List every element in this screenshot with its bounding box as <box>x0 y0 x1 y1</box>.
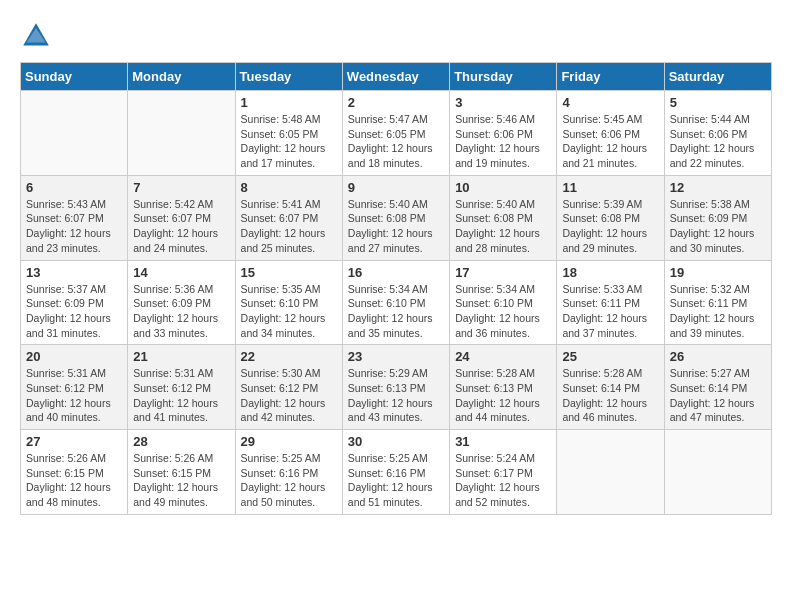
calendar-cell: 7Sunrise: 5:42 AM Sunset: 6:07 PM Daylig… <box>128 175 235 260</box>
calendar-cell: 25Sunrise: 5:28 AM Sunset: 6:14 PM Dayli… <box>557 345 664 430</box>
calendar-cell <box>664 430 771 515</box>
calendar-week-row: 1Sunrise: 5:48 AM Sunset: 6:05 PM Daylig… <box>21 91 772 176</box>
day-info: Sunrise: 5:28 AM Sunset: 6:14 PM Dayligh… <box>562 366 658 425</box>
day-number: 13 <box>26 265 122 280</box>
calendar-cell: 27Sunrise: 5:26 AM Sunset: 6:15 PM Dayli… <box>21 430 128 515</box>
weekday-header: Sunday <box>21 63 128 91</box>
day-info: Sunrise: 5:38 AM Sunset: 6:09 PM Dayligh… <box>670 197 766 256</box>
calendar-cell: 2Sunrise: 5:47 AM Sunset: 6:05 PM Daylig… <box>342 91 449 176</box>
day-number: 28 <box>133 434 229 449</box>
day-info: Sunrise: 5:29 AM Sunset: 6:13 PM Dayligh… <box>348 366 444 425</box>
calendar-cell: 4Sunrise: 5:45 AM Sunset: 6:06 PM Daylig… <box>557 91 664 176</box>
calendar-cell: 23Sunrise: 5:29 AM Sunset: 6:13 PM Dayli… <box>342 345 449 430</box>
calendar-cell: 14Sunrise: 5:36 AM Sunset: 6:09 PM Dayli… <box>128 260 235 345</box>
calendar-cell: 20Sunrise: 5:31 AM Sunset: 6:12 PM Dayli… <box>21 345 128 430</box>
calendar-cell: 26Sunrise: 5:27 AM Sunset: 6:14 PM Dayli… <box>664 345 771 430</box>
calendar-cell: 24Sunrise: 5:28 AM Sunset: 6:13 PM Dayli… <box>450 345 557 430</box>
day-number: 21 <box>133 349 229 364</box>
day-number: 30 <box>348 434 444 449</box>
calendar-cell <box>21 91 128 176</box>
logo-icon <box>20 20 52 52</box>
day-info: Sunrise: 5:47 AM Sunset: 6:05 PM Dayligh… <box>348 112 444 171</box>
calendar-cell: 30Sunrise: 5:25 AM Sunset: 6:16 PM Dayli… <box>342 430 449 515</box>
calendar-cell: 3Sunrise: 5:46 AM Sunset: 6:06 PM Daylig… <box>450 91 557 176</box>
day-number: 6 <box>26 180 122 195</box>
calendar-week-row: 13Sunrise: 5:37 AM Sunset: 6:09 PM Dayli… <box>21 260 772 345</box>
day-info: Sunrise: 5:39 AM Sunset: 6:08 PM Dayligh… <box>562 197 658 256</box>
page-header <box>20 20 772 52</box>
day-info: Sunrise: 5:36 AM Sunset: 6:09 PM Dayligh… <box>133 282 229 341</box>
calendar-cell: 12Sunrise: 5:38 AM Sunset: 6:09 PM Dayli… <box>664 175 771 260</box>
day-info: Sunrise: 5:41 AM Sunset: 6:07 PM Dayligh… <box>241 197 337 256</box>
day-info: Sunrise: 5:42 AM Sunset: 6:07 PM Dayligh… <box>133 197 229 256</box>
day-info: Sunrise: 5:40 AM Sunset: 6:08 PM Dayligh… <box>455 197 551 256</box>
day-number: 14 <box>133 265 229 280</box>
calendar-table: SundayMondayTuesdayWednesdayThursdayFrid… <box>20 62 772 515</box>
day-info: Sunrise: 5:31 AM Sunset: 6:12 PM Dayligh… <box>26 366 122 425</box>
weekday-header: Saturday <box>664 63 771 91</box>
calendar-cell: 10Sunrise: 5:40 AM Sunset: 6:08 PM Dayli… <box>450 175 557 260</box>
day-number: 7 <box>133 180 229 195</box>
day-number: 9 <box>348 180 444 195</box>
day-number: 18 <box>562 265 658 280</box>
calendar-cell: 18Sunrise: 5:33 AM Sunset: 6:11 PM Dayli… <box>557 260 664 345</box>
calendar-cell: 28Sunrise: 5:26 AM Sunset: 6:15 PM Dayli… <box>128 430 235 515</box>
day-number: 11 <box>562 180 658 195</box>
calendar-cell: 17Sunrise: 5:34 AM Sunset: 6:10 PM Dayli… <box>450 260 557 345</box>
day-info: Sunrise: 5:30 AM Sunset: 6:12 PM Dayligh… <box>241 366 337 425</box>
calendar-week-row: 20Sunrise: 5:31 AM Sunset: 6:12 PM Dayli… <box>21 345 772 430</box>
day-info: Sunrise: 5:34 AM Sunset: 6:10 PM Dayligh… <box>348 282 444 341</box>
day-number: 5 <box>670 95 766 110</box>
calendar-cell: 11Sunrise: 5:39 AM Sunset: 6:08 PM Dayli… <box>557 175 664 260</box>
day-number: 3 <box>455 95 551 110</box>
calendar-cell <box>557 430 664 515</box>
day-number: 25 <box>562 349 658 364</box>
day-info: Sunrise: 5:34 AM Sunset: 6:10 PM Dayligh… <box>455 282 551 341</box>
calendar-cell: 5Sunrise: 5:44 AM Sunset: 6:06 PM Daylig… <box>664 91 771 176</box>
day-info: Sunrise: 5:27 AM Sunset: 6:14 PM Dayligh… <box>670 366 766 425</box>
day-info: Sunrise: 5:25 AM Sunset: 6:16 PM Dayligh… <box>241 451 337 510</box>
day-number: 23 <box>348 349 444 364</box>
day-number: 2 <box>348 95 444 110</box>
day-number: 19 <box>670 265 766 280</box>
day-number: 15 <box>241 265 337 280</box>
day-number: 1 <box>241 95 337 110</box>
day-info: Sunrise: 5:37 AM Sunset: 6:09 PM Dayligh… <box>26 282 122 341</box>
day-info: Sunrise: 5:24 AM Sunset: 6:17 PM Dayligh… <box>455 451 551 510</box>
day-info: Sunrise: 5:33 AM Sunset: 6:11 PM Dayligh… <box>562 282 658 341</box>
day-info: Sunrise: 5:31 AM Sunset: 6:12 PM Dayligh… <box>133 366 229 425</box>
day-info: Sunrise: 5:28 AM Sunset: 6:13 PM Dayligh… <box>455 366 551 425</box>
calendar-cell: 1Sunrise: 5:48 AM Sunset: 6:05 PM Daylig… <box>235 91 342 176</box>
day-info: Sunrise: 5:26 AM Sunset: 6:15 PM Dayligh… <box>133 451 229 510</box>
day-info: Sunrise: 5:45 AM Sunset: 6:06 PM Dayligh… <box>562 112 658 171</box>
calendar-cell: 9Sunrise: 5:40 AM Sunset: 6:08 PM Daylig… <box>342 175 449 260</box>
day-number: 24 <box>455 349 551 364</box>
day-number: 8 <box>241 180 337 195</box>
day-info: Sunrise: 5:44 AM Sunset: 6:06 PM Dayligh… <box>670 112 766 171</box>
day-info: Sunrise: 5:25 AM Sunset: 6:16 PM Dayligh… <box>348 451 444 510</box>
day-number: 20 <box>26 349 122 364</box>
day-number: 29 <box>241 434 337 449</box>
day-info: Sunrise: 5:40 AM Sunset: 6:08 PM Dayligh… <box>348 197 444 256</box>
day-number: 4 <box>562 95 658 110</box>
day-number: 27 <box>26 434 122 449</box>
day-number: 26 <box>670 349 766 364</box>
calendar-cell: 29Sunrise: 5:25 AM Sunset: 6:16 PM Dayli… <box>235 430 342 515</box>
calendar-cell: 15Sunrise: 5:35 AM Sunset: 6:10 PM Dayli… <box>235 260 342 345</box>
weekday-header: Monday <box>128 63 235 91</box>
calendar-cell: 8Sunrise: 5:41 AM Sunset: 6:07 PM Daylig… <box>235 175 342 260</box>
calendar-week-row: 27Sunrise: 5:26 AM Sunset: 6:15 PM Dayli… <box>21 430 772 515</box>
logo <box>20 20 56 52</box>
day-number: 12 <box>670 180 766 195</box>
weekday-header: Tuesday <box>235 63 342 91</box>
calendar-header-row: SundayMondayTuesdayWednesdayThursdayFrid… <box>21 63 772 91</box>
calendar-cell: 16Sunrise: 5:34 AM Sunset: 6:10 PM Dayli… <box>342 260 449 345</box>
weekday-header: Wednesday <box>342 63 449 91</box>
weekday-header: Thursday <box>450 63 557 91</box>
day-info: Sunrise: 5:48 AM Sunset: 6:05 PM Dayligh… <box>241 112 337 171</box>
calendar-cell: 19Sunrise: 5:32 AM Sunset: 6:11 PM Dayli… <box>664 260 771 345</box>
day-number: 22 <box>241 349 337 364</box>
day-info: Sunrise: 5:43 AM Sunset: 6:07 PM Dayligh… <box>26 197 122 256</box>
calendar-cell: 13Sunrise: 5:37 AM Sunset: 6:09 PM Dayli… <box>21 260 128 345</box>
calendar-cell: 22Sunrise: 5:30 AM Sunset: 6:12 PM Dayli… <box>235 345 342 430</box>
